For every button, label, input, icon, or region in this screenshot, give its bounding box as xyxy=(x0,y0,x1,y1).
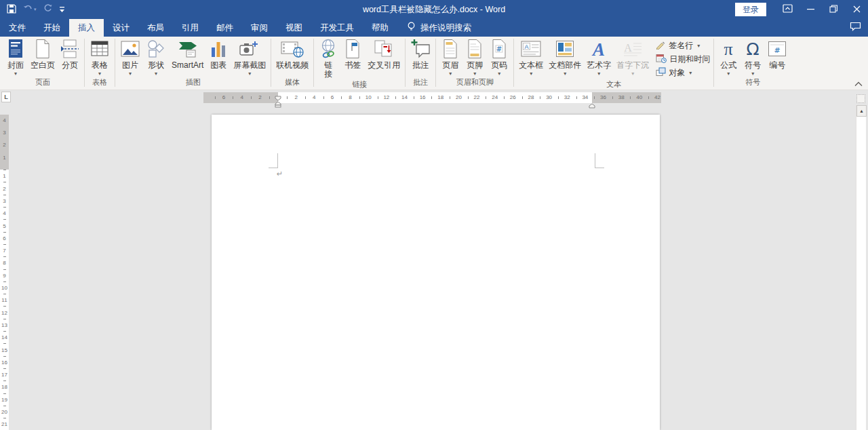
ribbon-button-label: 编号 xyxy=(769,61,785,70)
ribbon-group-comments: 批注批注 xyxy=(406,37,435,90)
ribbon-button-header[interactable]: 页眉▾ xyxy=(438,38,462,77)
ribbon-button-comment[interactable]: 批注 xyxy=(408,38,433,70)
ruler-number: 8 xyxy=(349,95,351,100)
ribbon-button-screenshot[interactable]: 屏幕截图▾ xyxy=(231,38,269,77)
vertical-scrollbar[interactable]: ▲ xyxy=(856,105,866,430)
dropdown-arrow-icon: ▾ xyxy=(98,71,101,77)
restore-icon xyxy=(829,3,837,16)
tab-help[interactable]: 帮助 xyxy=(363,19,397,37)
dropdown-arrow-icon: ▾ xyxy=(530,71,532,77)
save-button[interactable] xyxy=(7,4,16,16)
ribbon-button-bookmark[interactable]: 书签 xyxy=(340,38,365,70)
tell-me-search[interactable]: 操作说明搜索 xyxy=(407,19,471,37)
ruler-tick xyxy=(305,96,306,99)
tab-references[interactable]: 引用 xyxy=(173,19,208,37)
ribbon-button-object[interactable]: 对象▾ xyxy=(656,67,710,79)
ribbon-button-label: 链接 xyxy=(324,61,332,79)
ribbon-display-options-icon xyxy=(783,3,793,16)
ribbon-button-smartart[interactable]: SmartArt xyxy=(169,38,206,70)
tab-insert[interactable]: 插入 xyxy=(69,19,104,37)
ribbon-button-text-box[interactable]: A文本框▾ xyxy=(516,38,546,77)
ruler-number: 6 xyxy=(0,235,9,241)
ruler-number: 1 xyxy=(0,173,9,179)
ribbon-button-quick-parts[interactable]: 文档部件▾ xyxy=(546,38,584,77)
ruler-number: 2 xyxy=(0,185,9,191)
ruler-toggle-box[interactable] xyxy=(856,94,865,103)
dropdown-arrow-icon: ▾ xyxy=(473,71,476,77)
ruler-number: 5 xyxy=(0,222,9,229)
tab-stop-selector[interactable]: L xyxy=(1,92,11,102)
ribbon-button-label: 首字下沉 xyxy=(616,61,649,70)
collapse-ribbon-button[interactable] xyxy=(854,80,863,88)
ribbon-button-equation[interactable]: π公式▾ xyxy=(716,38,741,77)
ribbon-button-page-number[interactable]: #页码▾ xyxy=(487,38,511,77)
ribbon-button-blank-page[interactable]: 空白页 xyxy=(28,38,58,70)
ribbon-button-wordart[interactable]: A艺术字▾ xyxy=(584,38,614,77)
tab-view[interactable]: 视图 xyxy=(277,19,311,37)
ribbon-group-links: 链接书签交叉引用链接 xyxy=(314,37,405,90)
margin-crop-mark-right xyxy=(595,153,604,168)
comment-bubble-icon[interactable] xyxy=(850,22,861,34)
restore-button[interactable] xyxy=(822,0,845,19)
ruler-number: 34 xyxy=(582,95,588,100)
ribbon-group-pages: 封面▾空白页分页页面 xyxy=(1,37,84,90)
ruler-tick xyxy=(395,96,396,99)
ruler-number: 12 xyxy=(0,309,9,315)
scroll-up-button[interactable]: ▲ xyxy=(856,105,867,117)
close-icon xyxy=(853,3,861,16)
document-page[interactable] xyxy=(212,115,660,430)
ruler-tick xyxy=(468,96,469,99)
horizontal-ruler[interactable]: 6422468101214161820222426283032343638404… xyxy=(203,92,661,103)
ruler-tick xyxy=(3,294,6,294)
ruler-tick xyxy=(3,256,6,257)
redo-button[interactable] xyxy=(43,4,52,15)
ribbon-group-label-tables: 表格 xyxy=(90,77,110,90)
close-button[interactable] xyxy=(845,0,868,19)
text-box: A xyxy=(520,39,542,61)
ribbon-button-label: 交叉引用 xyxy=(368,61,400,70)
vertical-ruler[interactable]: 4321123456789101112131415161718192021 xyxy=(0,115,9,430)
tab-file[interactable]: 文件 xyxy=(0,19,35,37)
tab-home[interactable]: 开始 xyxy=(35,19,69,37)
link xyxy=(319,39,338,62)
ribbon-group-label-comments: 批注 xyxy=(410,77,431,90)
ribbon-button-cover-page[interactable]: 封面▾ xyxy=(3,38,28,77)
comment xyxy=(410,39,431,62)
equation: π xyxy=(719,39,737,61)
ribbon-button-symbol[interactable]: Ω符号▾ xyxy=(741,38,765,77)
tab-developer[interactable]: 开发工具 xyxy=(311,19,363,37)
ribbon-button-pictures[interactable]: 图片▾ xyxy=(117,38,143,77)
right-indent-marker[interactable] xyxy=(589,99,595,111)
ribbon-button-signature-line[interactable]: 签名行▾ xyxy=(656,40,710,52)
ruler-number: 4 xyxy=(0,210,9,216)
ribbon-button-number[interactable]: #编号 xyxy=(765,38,789,70)
tab-layout[interactable]: 布局 xyxy=(138,19,173,37)
dropdown-arrow-icon: ▾ xyxy=(564,71,566,77)
ribbon-button-page-break[interactable]: 分页 xyxy=(58,38,82,70)
ribbon-button-online-video[interactable]: 联机视频 xyxy=(273,38,311,70)
customize-icon xyxy=(59,5,65,15)
ribbon-button-chart[interactable]: 图表 xyxy=(206,38,231,70)
ribbon-button-cross-reference[interactable]: 交叉引用 xyxy=(365,38,403,70)
ruler-tick xyxy=(3,393,6,394)
left-indent-marker[interactable] xyxy=(275,98,281,111)
ruler-tick xyxy=(540,96,540,99)
customize-quick-access-button[interactable] xyxy=(59,5,65,15)
ribbon-button-shapes[interactable]: 形状▾ xyxy=(143,38,169,77)
ribbon-button-date-time[interactable]: 日期和时间 xyxy=(656,54,710,65)
blank-page xyxy=(35,39,51,62)
ribbon-button-footer[interactable]: 页脚▾ xyxy=(462,38,487,77)
ribbon-button-table[interactable]: 表格▾ xyxy=(87,38,113,77)
tab-review[interactable]: 审阅 xyxy=(242,19,277,37)
undo-button[interactable]: ▾ xyxy=(23,5,37,15)
ribbon-display-options-button[interactable] xyxy=(776,0,799,19)
ruler-number: 20 xyxy=(0,409,9,415)
sign-in-button[interactable]: 登录 xyxy=(735,3,766,16)
minimize-button[interactable] xyxy=(799,0,822,19)
tab-design[interactable]: 设计 xyxy=(104,19,138,37)
ribbon-button-link[interactable]: 链接 xyxy=(316,38,340,79)
tab-mailings[interactable]: 邮件 xyxy=(208,19,242,37)
ribbon-button-label: 页码 xyxy=(491,61,507,70)
ribbon-button-label: 签名行 xyxy=(669,40,693,52)
ribbon-group-label-symbols: 符号 xyxy=(743,77,763,90)
